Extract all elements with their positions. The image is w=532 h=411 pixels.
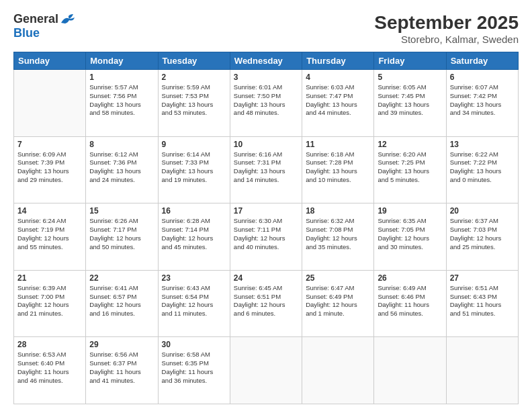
cell-info: Sunrise: 6:51 AM Sunset: 6:43 PM Dayligh…	[450, 284, 515, 318]
calendar-cell: 10Sunrise: 6:16 AM Sunset: 7:31 PM Dayli…	[230, 136, 302, 203]
calendar-cell: 4Sunrise: 6:03 AM Sunset: 7:47 PM Daylig…	[302, 70, 374, 137]
calendar-cell	[14, 70, 86, 137]
cell-info: Sunrise: 6:24 AM Sunset: 7:19 PM Dayligh…	[17, 217, 82, 251]
calendar-cell: 2Sunrise: 5:59 AM Sunset: 7:53 PM Daylig…	[158, 70, 230, 137]
day-number: 12	[378, 140, 442, 149]
calendar-cell	[446, 337, 518, 404]
calendar-cell: 28Sunrise: 6:53 AM Sunset: 6:40 PM Dayli…	[14, 337, 86, 404]
calendar-cell: 30Sunrise: 6:58 AM Sunset: 6:35 PM Dayli…	[158, 337, 230, 404]
day-number: 5	[378, 73, 442, 82]
calendar-cell: 16Sunrise: 6:28 AM Sunset: 7:14 PM Dayli…	[158, 203, 230, 271]
calendar-cell: 23Sunrise: 6:43 AM Sunset: 6:54 PM Dayli…	[158, 270, 230, 337]
day-number: 26	[378, 273, 442, 283]
cell-info: Sunrise: 6:28 AM Sunset: 7:14 PM Dayligh…	[162, 217, 226, 251]
cell-info: Sunrise: 6:12 AM Sunset: 7:36 PM Dayligh…	[89, 150, 154, 185]
main-title: September 2025	[374, 12, 519, 34]
calendar-cell: 19Sunrise: 6:35 AM Sunset: 7:05 PM Dayli…	[374, 203, 446, 271]
cell-info: Sunrise: 6:47 AM Sunset: 6:49 PM Dayligh…	[306, 284, 370, 318]
cell-info: Sunrise: 6:07 AM Sunset: 7:42 PM Dayligh…	[450, 83, 515, 118]
cell-info: Sunrise: 6:16 AM Sunset: 7:31 PM Dayligh…	[234, 150, 298, 185]
calendar-cell: 27Sunrise: 6:51 AM Sunset: 6:43 PM Dayli…	[446, 270, 518, 337]
calendar-week-row: 21Sunrise: 6:39 AM Sunset: 7:00 PM Dayli…	[14, 270, 519, 337]
day-number: 8	[89, 140, 154, 149]
calendar-cell: 1Sunrise: 5:57 AM Sunset: 7:56 PM Daylig…	[86, 70, 158, 137]
day-number: 7	[17, 140, 82, 149]
calendar-cell: 20Sunrise: 6:37 AM Sunset: 7:03 PM Dayli…	[446, 203, 518, 271]
calendar-cell	[374, 337, 446, 404]
day-number: 14	[17, 206, 82, 216]
col-tuesday: Tuesday	[158, 52, 230, 70]
day-number: 11	[306, 140, 370, 149]
logo: General Blue	[13, 12, 75, 40]
cell-info: Sunrise: 6:45 AM Sunset: 6:51 PM Dayligh…	[234, 284, 298, 318]
cell-info: Sunrise: 6:58 AM Sunset: 6:35 PM Dayligh…	[162, 351, 226, 385]
cell-info: Sunrise: 6:53 AM Sunset: 6:40 PM Dayligh…	[17, 351, 82, 385]
col-friday: Friday	[374, 52, 446, 70]
cell-info: Sunrise: 6:41 AM Sunset: 6:57 PM Dayligh…	[89, 284, 154, 318]
calendar-week-row: 28Sunrise: 6:53 AM Sunset: 6:40 PM Dayli…	[14, 337, 519, 404]
cell-info: Sunrise: 6:26 AM Sunset: 7:17 PM Dayligh…	[89, 217, 154, 251]
cell-info: Sunrise: 5:59 AM Sunset: 7:53 PM Dayligh…	[162, 83, 226, 118]
cell-info: Sunrise: 5:57 AM Sunset: 7:56 PM Dayligh…	[89, 83, 154, 118]
col-wednesday: Wednesday	[230, 52, 302, 70]
cell-info: Sunrise: 6:20 AM Sunset: 7:25 PM Dayligh…	[378, 150, 442, 185]
cell-info: Sunrise: 6:05 AM Sunset: 7:45 PM Dayligh…	[378, 83, 442, 118]
cell-info: Sunrise: 6:43 AM Sunset: 6:54 PM Dayligh…	[162, 284, 226, 318]
calendar-week-row: 14Sunrise: 6:24 AM Sunset: 7:19 PM Dayli…	[14, 203, 519, 271]
day-number: 16	[162, 206, 226, 216]
calendar-week-row: 7Sunrise: 6:09 AM Sunset: 7:39 PM Daylig…	[14, 136, 519, 203]
day-number: 30	[162, 340, 226, 349]
calendar-cell: 13Sunrise: 6:22 AM Sunset: 7:22 PM Dayli…	[446, 136, 518, 203]
cell-info: Sunrise: 6:18 AM Sunset: 7:28 PM Dayligh…	[306, 150, 370, 185]
day-number: 15	[89, 206, 154, 216]
cell-info: Sunrise: 6:37 AM Sunset: 7:03 PM Dayligh…	[450, 217, 515, 251]
day-number: 28	[17, 340, 82, 349]
day-number: 29	[89, 340, 154, 349]
calendar-cell: 22Sunrise: 6:41 AM Sunset: 6:57 PM Dayli…	[86, 270, 158, 337]
calendar-cell: 21Sunrise: 6:39 AM Sunset: 7:00 PM Dayli…	[14, 270, 86, 337]
calendar-cell: 24Sunrise: 6:45 AM Sunset: 6:51 PM Dayli…	[230, 270, 302, 337]
day-number: 1	[89, 73, 154, 82]
header: General Blue September 2025 Storebro, Ka…	[13, 12, 519, 45]
cell-info: Sunrise: 6:39 AM Sunset: 7:00 PM Dayligh…	[17, 284, 82, 318]
calendar-cell: 5Sunrise: 6:05 AM Sunset: 7:45 PM Daylig…	[374, 70, 446, 137]
calendar-header-row: Sunday Monday Tuesday Wednesday Thursday…	[14, 52, 519, 70]
col-thursday: Thursday	[302, 52, 374, 70]
day-number: 3	[234, 73, 298, 82]
calendar-cell: 26Sunrise: 6:49 AM Sunset: 6:46 PM Dayli…	[374, 270, 446, 337]
cell-info: Sunrise: 6:14 AM Sunset: 7:33 PM Dayligh…	[162, 150, 226, 185]
calendar-week-row: 1Sunrise: 5:57 AM Sunset: 7:56 PM Daylig…	[14, 70, 519, 137]
calendar-cell: 14Sunrise: 6:24 AM Sunset: 7:19 PM Dayli…	[14, 203, 86, 271]
day-number: 2	[162, 73, 226, 82]
calendar-cell: 15Sunrise: 6:26 AM Sunset: 7:17 PM Dayli…	[86, 203, 158, 271]
cell-info: Sunrise: 6:01 AM Sunset: 7:50 PM Dayligh…	[234, 83, 298, 118]
day-number: 13	[450, 140, 515, 149]
calendar-cell: 18Sunrise: 6:32 AM Sunset: 7:08 PM Dayli…	[302, 203, 374, 271]
day-number: 4	[306, 73, 370, 82]
cell-info: Sunrise: 6:32 AM Sunset: 7:08 PM Dayligh…	[306, 217, 370, 251]
day-number: 21	[17, 273, 82, 283]
cell-info: Sunrise: 6:56 AM Sunset: 6:37 PM Dayligh…	[89, 351, 154, 385]
calendar-page: General Blue September 2025 Storebro, Ka…	[0, 0, 532, 411]
cell-info: Sunrise: 6:35 AM Sunset: 7:05 PM Dayligh…	[378, 217, 442, 251]
calendar-cell	[302, 337, 374, 404]
cell-info: Sunrise: 6:03 AM Sunset: 7:47 PM Dayligh…	[306, 83, 370, 118]
calendar-cell: 25Sunrise: 6:47 AM Sunset: 6:49 PM Dayli…	[302, 270, 374, 337]
day-number: 27	[450, 273, 515, 283]
day-number: 22	[89, 273, 154, 283]
sub-title: Storebro, Kalmar, Sweden	[374, 34, 519, 45]
logo-general-text: General	[13, 12, 58, 26]
calendar-cell: 9Sunrise: 6:14 AM Sunset: 7:33 PM Daylig…	[158, 136, 230, 203]
day-number: 24	[234, 273, 298, 283]
day-number: 6	[450, 73, 515, 82]
calendar-cell: 3Sunrise: 6:01 AM Sunset: 7:50 PM Daylig…	[230, 70, 302, 137]
title-block: September 2025 Storebro, Kalmar, Sweden	[374, 12, 519, 45]
logo-bird-icon	[60, 13, 75, 26]
day-number: 19	[378, 206, 442, 216]
day-number: 18	[306, 206, 370, 216]
calendar-cell: 6Sunrise: 6:07 AM Sunset: 7:42 PM Daylig…	[446, 70, 518, 137]
calendar-cell: 12Sunrise: 6:20 AM Sunset: 7:25 PM Dayli…	[374, 136, 446, 203]
day-number: 25	[306, 273, 370, 283]
calendar-cell: 11Sunrise: 6:18 AM Sunset: 7:28 PM Dayli…	[302, 136, 374, 203]
calendar-table: Sunday Monday Tuesday Wednesday Thursday…	[13, 52, 519, 404]
